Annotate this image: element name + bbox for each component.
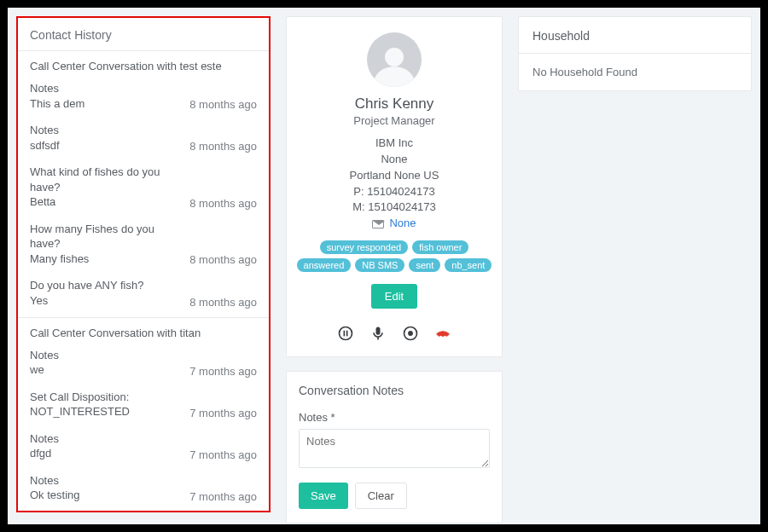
household-body: No Household Found [532, 66, 737, 78]
history-section-header: Call Center Conversation with test este [18, 51, 269, 78]
contact-company: IBM Inc [295, 136, 493, 152]
history-label: Notes [30, 348, 59, 363]
contact-history-panel: Contact History Call Center Conversation… [16, 16, 271, 512]
svg-rect-3 [376, 327, 381, 335]
history-entry: Set Call Disposition:NOT_INTERESTED7 mon… [18, 386, 269, 428]
center-column: Chris Kenny Project Manager IBM Inc None… [286, 16, 503, 523]
history-label: Set Call Disposition: [30, 390, 130, 405]
notes-field-label: Notes * [299, 411, 490, 424]
contact-profile-card: Chris Kenny Project Manager IBM Inc None… [286, 16, 503, 357]
history-answer: Many fishes [30, 252, 181, 267]
history-answer: Betta [30, 194, 181, 210]
history-time: 8 months ago [189, 253, 257, 266]
history-entry: How many Fishes do you have?Many fishes8… [18, 218, 269, 275]
history-value: This a dem [30, 96, 84, 112]
history-value: Ok testing [30, 488, 80, 503]
history-label: Notes [30, 431, 59, 447]
avatar [367, 32, 422, 87]
contact-phone-p: P: 15104024173 [295, 184, 493, 200]
history-label: Notes [30, 81, 84, 96]
history-value: sdfsdf [30, 138, 60, 153]
edit-button[interactable]: Edit [371, 284, 417, 309]
contact-tag[interactable]: fish owner [412, 240, 468, 254]
conversation-notes-card: Conversation Notes Notes * Save Clear [286, 371, 503, 523]
contact-email: None [295, 216, 493, 232]
history-question: What kind of fishes do you have? [30, 165, 181, 194]
history-entry: What kind of fishes do you have?Betta8 m… [18, 161, 269, 218]
history-entry: Notessdfsdf8 months ago [18, 119, 269, 161]
contact-tag[interactable]: sent [409, 258, 440, 272]
history-entry: NotesOk testing7 months ago [18, 470, 269, 512]
call-controls [295, 324, 493, 343]
household-card: Household No Household Found [518, 16, 752, 91]
svg-point-0 [340, 327, 352, 340]
contact-name: Chris Kenny [295, 95, 493, 113]
history-value: NOT_INTERESTED [30, 404, 130, 419]
history-entry: Notesdfgd7 months ago [18, 428, 269, 470]
contact-role: Project Manager [295, 114, 493, 127]
household-title: Household [532, 29, 737, 43]
right-column: Household No Household Found [518, 16, 752, 91]
svg-rect-2 [346, 331, 348, 337]
history-section-header: Call Center Conversation with titan [18, 318, 269, 344]
app-frame: Contact History Call Center Conversation… [8, 8, 760, 524]
history-question: How many Fishes do you have? [30, 222, 181, 252]
history-label: Notes [30, 123, 60, 138]
contact-tag[interactable]: NB SMS [355, 258, 404, 272]
contact-tags: survey respondedfish owneransweredNB SMS… [295, 240, 493, 272]
history-entry: NotesThis a dem8 months ago [18, 78, 269, 119]
history-time: 8 months ago [189, 98, 257, 111]
history-time: 8 months ago [189, 296, 257, 309]
history-label: Notes [30, 473, 80, 489]
clear-button[interactable]: Clear [355, 483, 407, 509]
history-time: 7 months ago [189, 448, 257, 461]
history-entry: Noteswe7 months ago [18, 344, 269, 386]
svg-rect-1 [344, 331, 346, 337]
contact-phone-m: M: 15104024173 [295, 200, 493, 216]
history-question: Do you have ANY fish? [30, 278, 143, 293]
history-time: 7 months ago [189, 365, 257, 378]
conversation-notes-title: Conversation Notes [299, 384, 490, 397]
hangup-icon[interactable] [433, 324, 452, 343]
record-icon[interactable] [401, 324, 420, 343]
history-time: 8 months ago [189, 197, 257, 210]
contact-address2: Portland None US [295, 168, 493, 184]
contact-email-link[interactable]: None [389, 216, 416, 232]
history-time: 7 months ago [189, 407, 257, 419]
history-time: 7 months ago [189, 490, 257, 503]
history-value: we [30, 362, 59, 378]
history-time: 8 months ago [189, 140, 257, 153]
contact-tag[interactable]: answered [297, 258, 352, 272]
mail-icon [372, 220, 384, 228]
notes-input[interactable] [299, 429, 490, 468]
history-answer: Yes [30, 293, 143, 309]
history-entry: Do you have ANY fish?Yes8 months ago [18, 275, 269, 316]
contact-tag[interactable]: nb_sent [445, 258, 492, 272]
svg-point-6 [408, 331, 413, 336]
pause-icon[interactable] [336, 324, 355, 343]
save-button[interactable]: Save [299, 483, 348, 509]
microphone-icon[interactable] [369, 324, 387, 343]
contact-tag[interactable]: survey responded [320, 240, 408, 254]
contact-address1: None [295, 152, 493, 168]
contact-history-title: Contact History [18, 18, 269, 50]
history-value: dfgd [30, 446, 59, 461]
